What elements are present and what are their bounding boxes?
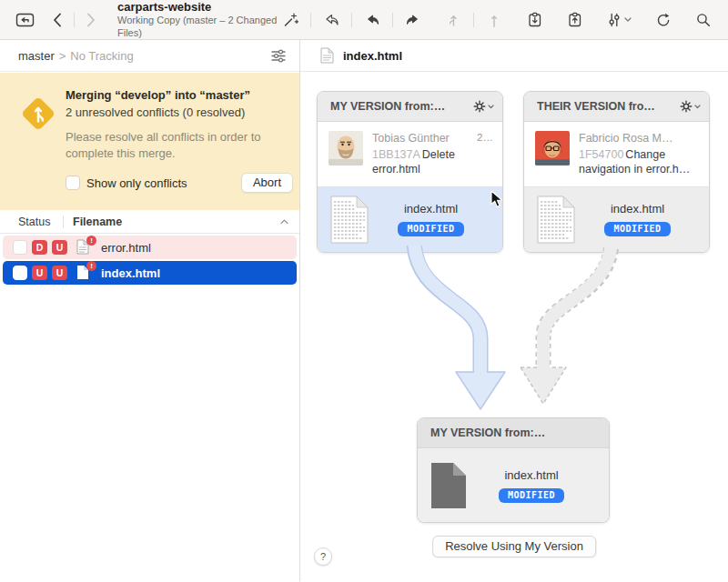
tile-file-name: index.html — [504, 468, 558, 482]
stash-apply-icon — [566, 11, 583, 28]
filter-sliders-button[interactable] — [602, 8, 635, 32]
help-button[interactable]: ? — [314, 547, 332, 566]
abort-merge-button[interactable]: Abort — [241, 173, 293, 193]
document-icon — [320, 47, 334, 64]
show-only-conflicts-checkbox[interactable] — [66, 176, 80, 190]
sidebar-toggle-icon — [15, 12, 35, 28]
their-version-commit[interactable]: Fabricio Rosa M… 1F54700Change navigatio… — [524, 122, 709, 187]
merge-flow-arrows — [300, 246, 728, 414]
chevron-down-icon — [694, 105, 701, 109]
tile-file-name: index.html — [404, 202, 458, 216]
undo-button[interactable] — [319, 8, 343, 32]
status-badge: U — [52, 240, 67, 255]
repo-subtitle: Working Copy (master – 2 Changed Files) — [117, 15, 278, 40]
merge-conflict-banner: Merging “develop” into “master” 2 unreso… — [0, 73, 299, 210]
file-table-header: Status Filename — [0, 210, 299, 234]
search-button[interactable] — [692, 8, 715, 32]
sidebar: master > No Tracking — [0, 40, 300, 581]
main-toolbar: carparts-website Working Copy (master – … — [0, 0, 728, 40]
document-lines-icon — [330, 196, 369, 244]
column-header-filename[interactable]: Filename — [73, 216, 122, 228]
commit-author: Tobias Günther — [372, 131, 450, 146]
search-icon — [695, 12, 712, 28]
push-button[interactable] — [482, 8, 506, 32]
refresh-icon — [655, 12, 672, 28]
file-row-error-html[interactable]: D U ! error.html — [3, 236, 297, 259]
filter-sliders-icon — [606, 12, 622, 28]
chevron-down-icon — [488, 105, 494, 109]
sidebar-filter-button[interactable] — [270, 48, 287, 64]
card-options-button[interactable] — [680, 100, 701, 113]
merge-left-button[interactable] — [360, 8, 384, 32]
toolbar-separator — [74, 13, 75, 27]
their-version-file-tile[interactable]: index.html MODIFIED — [524, 187, 709, 252]
my-version-title: MY VERSION from:… — [330, 100, 445, 113]
sliders-icon — [270, 48, 287, 64]
merge-arrow-left-icon — [364, 12, 380, 28]
merge-banner-description: Please resolve all conflicts in order to… — [66, 129, 293, 161]
my-version-file-tile[interactable]: index.html MODIFIED — [318, 187, 502, 252]
column-header-status[interactable]: Status — [18, 216, 63, 228]
status-badge: D — [32, 240, 47, 255]
sidebar-toggle-button[interactable] — [13, 8, 36, 32]
tracking-status-label: No Tracking — [70, 49, 133, 63]
result-file-tile[interactable]: index.html MODIFIED — [418, 448, 609, 522]
merge-diamond-icon — [18, 88, 58, 193]
document-solid-icon — [430, 462, 467, 509]
breadcrumb-separator: > — [59, 49, 66, 63]
status-badge: U — [52, 266, 67, 280]
stage-checkbox[interactable] — [13, 266, 27, 280]
stash-apply-button[interactable] — [562, 8, 586, 32]
file-name: error.html — [101, 241, 151, 255]
stage-checkbox[interactable] — [13, 240, 27, 255]
file-row-index-html[interactable]: U U ! index.html — [3, 261, 297, 285]
wand-button[interactable] — [278, 8, 302, 32]
modified-badge: MODIFIED — [398, 222, 463, 236]
status-badge: U — [32, 266, 47, 280]
toolbar-actions — [278, 8, 715, 32]
result-version-title: MY VERSION from:… — [430, 426, 545, 439]
pull-button[interactable] — [441, 8, 465, 32]
merge-banner-title: Merging “develop” into “master” — [66, 88, 293, 102]
conflict-resolution-panel: index.html MY VERSION from:… — [300, 40, 728, 581]
branch-status-bar: master > No Tracking — [0, 40, 299, 72]
my-version-commit[interactable]: Tobias Günther 2… 1BB137ADelete error.ht… — [318, 122, 502, 187]
conflict-alert-icon: ! — [86, 261, 96, 271]
repo-title: carparts-website — [117, 0, 278, 15]
toolbar-separator — [351, 13, 352, 27]
modified-badge: MODIFIED — [604, 222, 670, 236]
pull-branch-icon — [445, 12, 461, 28]
toolbar-separator — [473, 13, 474, 27]
file-icon: ! — [76, 265, 91, 281]
merge-right-button[interactable] — [401, 8, 425, 32]
their-version-title: THEIR VERSION fro… — [537, 100, 655, 113]
file-header: index.html — [300, 40, 728, 72]
commit-hash: 1F54700 — [579, 148, 623, 161]
refresh-button[interactable] — [652, 8, 675, 32]
stash-save-icon — [526, 11, 543, 28]
push-arrow-icon — [486, 12, 502, 28]
their-version-card: THEIR VERSION fro… — [523, 91, 710, 253]
forward-button[interactable] — [79, 8, 103, 32]
merge-arrow-right-icon — [405, 12, 421, 28]
show-only-conflicts-label: Show only conflicts — [86, 176, 187, 190]
my-version-card-header: MY VERSION from:… — [318, 92, 502, 122]
gear-icon — [473, 100, 486, 113]
modified-badge: MODIFIED — [499, 488, 564, 503]
result-version-card: MY VERSION from:… index.html MODIFIED — [417, 417, 610, 523]
card-options-button[interactable] — [473, 100, 494, 113]
undo-arrow-icon — [323, 12, 339, 28]
column-divider — [63, 216, 64, 228]
stash-save-button[interactable] — [522, 8, 546, 32]
avatar — [329, 131, 363, 166]
chevron-down-icon — [624, 17, 632, 22]
back-button[interactable] — [46, 8, 69, 32]
conflict-alert-icon: ! — [86, 236, 96, 246]
resolve-using-my-version-button[interactable]: Resolve Using My Version — [432, 536, 596, 557]
mouse-cursor-icon — [490, 190, 503, 208]
document-lines-icon — [537, 196, 575, 244]
current-branch-label: master — [18, 49, 55, 63]
chevron-left-icon — [53, 13, 62, 27]
tile-file-name: index.html — [611, 202, 664, 216]
sort-chevron-icon[interactable] — [280, 219, 288, 225]
